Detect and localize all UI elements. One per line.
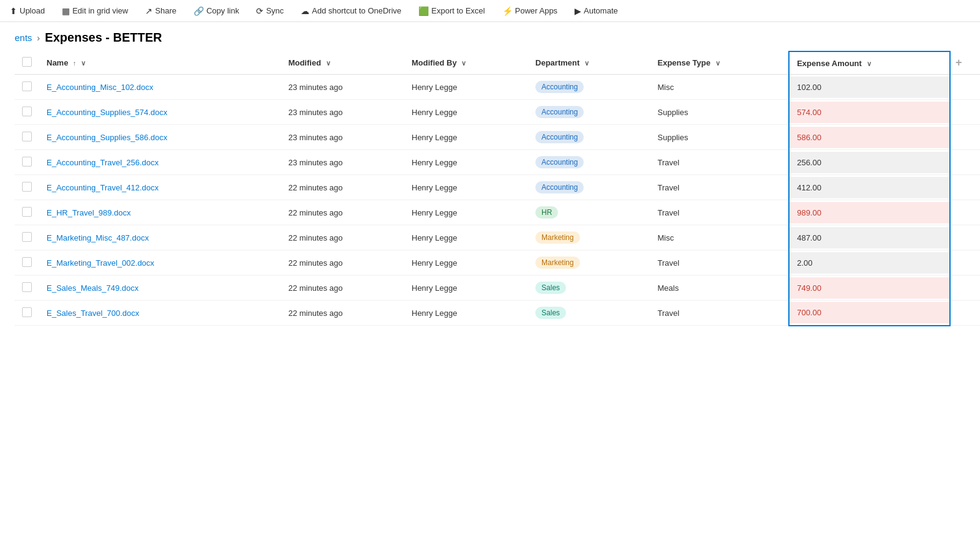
table-row: E_Sales_Travel_700.docx22 minutes agoHen… [15, 301, 980, 326]
department-badge[interactable]: HR [535, 206, 558, 219]
modified-filter-icon[interactable]: ∨ [326, 59, 331, 67]
sync-button[interactable]: ⟳ Sync [251, 4, 288, 18]
row-checkbox-cell [15, 75, 39, 100]
department-badge[interactable]: Accounting [535, 181, 584, 193]
row-checkbox[interactable] [22, 107, 32, 116]
breadcrumb-parent[interactable]: ents [15, 32, 32, 43]
upload-icon: ⬆ [10, 6, 17, 16]
department-badge[interactable]: Marketing [535, 231, 580, 244]
modified-by-header-label: Modified By [412, 58, 457, 67]
department-badge[interactable]: Accounting [535, 131, 584, 143]
add-column-button[interactable]: + [950, 51, 980, 75]
file-name-link[interactable]: E_Accounting_Misc_102.docx [47, 83, 153, 92]
expense-amount-cell: 574.00 [789, 100, 950, 125]
file-name-link[interactable]: E_Sales_Meals_749.docx [47, 283, 138, 293]
modified-cell: 22 minutes ago [281, 175, 404, 200]
row-checkbox-cell [15, 250, 39, 276]
department-badge[interactable]: Accounting [535, 106, 584, 118]
department-cell: HR [528, 200, 650, 225]
modified-by-cell: Henry Legge [404, 100, 528, 125]
department-badge[interactable]: Accounting [535, 81, 584, 93]
modified-by-column-header[interactable]: Modified By ∨ [404, 51, 528, 75]
add-col-spacer [950, 250, 980, 276]
expense-type-cell: Supplies [650, 100, 790, 125]
expense-amount-cell: 749.00 [789, 276, 950, 301]
row-checkbox[interactable] [22, 282, 32, 292]
department-cell: Accounting [528, 125, 650, 150]
breadcrumb-separator: › [37, 32, 40, 43]
expense-amount-value: 700.00 [790, 302, 949, 323]
share-label: Share [155, 6, 176, 15]
edit-grid-button[interactable]: ▦ Edit in grid view [57, 4, 133, 18]
add-col-spacer [950, 301, 980, 326]
row-checkbox-cell [15, 301, 39, 326]
file-name-link[interactable]: E_HR_Travel_989.docx [47, 208, 131, 217]
expense-type-filter-icon[interactable]: ∨ [715, 59, 720, 67]
row-checkbox[interactable] [22, 132, 32, 141]
modified-header-label: Modified [288, 58, 321, 67]
copy-link-button[interactable]: 🔗 Copy link [189, 4, 244, 18]
add-col-spacer [950, 75, 980, 100]
expense-amount-value: 2.00 [790, 252, 949, 274]
file-name-link[interactable]: E_Sales_Travel_700.docx [47, 309, 139, 318]
header-checkbox[interactable] [22, 57, 32, 67]
export-excel-button[interactable]: 🟩 Export to Excel [413, 4, 489, 18]
power-apps-button[interactable]: ⚡ Power Apps [497, 4, 562, 18]
checkbox-header[interactable] [15, 51, 39, 75]
modified-column-header[interactable]: Modified ∨ [281, 51, 404, 75]
department-badge[interactable]: Sales [535, 282, 566, 294]
row-checkbox[interactable] [22, 257, 32, 267]
breadcrumb: ents › Expenses - BETTER [0, 22, 980, 51]
automate-label: Automate [584, 6, 618, 15]
automate-button[interactable]: ▶ Automate [570, 4, 623, 18]
file-name-link[interactable]: E_Accounting_Travel_412.docx [47, 183, 159, 192]
row-checkbox-cell [15, 276, 39, 301]
file-name-link[interactable]: E_Marketing_Misc_487.docx [47, 233, 149, 242]
name-filter-icon[interactable]: ∨ [81, 59, 86, 67]
file-name-cell: E_Marketing_Misc_487.docx [39, 225, 281, 250]
department-cell: Accounting [528, 100, 650, 125]
department-header-label: Department [535, 58, 579, 67]
modified-cell: 23 minutes ago [281, 100, 404, 125]
row-checkbox[interactable] [22, 182, 32, 192]
modified-by-cell: Henry Legge [404, 225, 528, 250]
export-excel-label: Export to Excel [431, 6, 484, 15]
upload-button[interactable]: ⬆ Upload [5, 4, 50, 18]
row-checkbox[interactable] [22, 207, 32, 217]
table-row: E_Accounting_Supplies_586.docx23 minutes… [15, 125, 980, 150]
row-checkbox[interactable] [22, 157, 32, 167]
department-cell: Sales [528, 276, 650, 301]
name-sort-asc-icon: ↑ [73, 59, 77, 67]
row-checkbox[interactable] [22, 81, 32, 91]
modified-cell: 22 minutes ago [281, 301, 404, 326]
file-name-link[interactable]: E_Accounting_Travel_256.docx [47, 158, 159, 167]
add-col-spacer [950, 225, 980, 250]
department-filter-icon[interactable]: ∨ [584, 59, 589, 67]
expense-type-column-header[interactable]: Expense Type ∨ [650, 51, 790, 75]
add-shortcut-button[interactable]: ☁ Add shortcut to OneDrive [296, 4, 406, 18]
share-button[interactable]: ↗ Share [140, 4, 181, 18]
file-name-link[interactable]: E_Accounting_Supplies_574.docx [47, 108, 167, 117]
expense-amount-filter-icon[interactable]: ∨ [867, 60, 872, 68]
department-column-header[interactable]: Department ∨ [528, 51, 650, 75]
expense-amount-column-header[interactable]: Expense Amount ∨ [789, 51, 950, 75]
department-cell: Marketing [528, 225, 650, 250]
expense-amount-value: 989.00 [790, 202, 949, 223]
modified-by-filter-icon[interactable]: ∨ [461, 59, 466, 67]
expense-amount-value: 749.00 [790, 277, 949, 299]
modified-cell: 22 minutes ago [281, 225, 404, 250]
modified-cell: 23 minutes ago [281, 150, 404, 175]
file-name-link[interactable]: E_Accounting_Supplies_586.docx [47, 133, 167, 142]
modified-cell: 22 minutes ago [281, 276, 404, 301]
department-cell: Accounting [528, 175, 650, 200]
file-name-link[interactable]: E_Marketing_Travel_002.docx [47, 258, 154, 268]
expense-amount-value: 412.00 [790, 177, 949, 198]
modified-by-cell: Henry Legge [404, 301, 528, 326]
department-badge[interactable]: Sales [535, 307, 566, 319]
department-badge[interactable]: Marketing [535, 257, 580, 269]
name-column-header[interactable]: Name ↑ ∨ [39, 51, 281, 75]
row-checkbox[interactable] [22, 232, 32, 242]
department-badge[interactable]: Accounting [535, 156, 584, 168]
table-row: E_Accounting_Travel_412.docx22 minutes a… [15, 175, 980, 200]
row-checkbox[interactable] [22, 307, 32, 317]
